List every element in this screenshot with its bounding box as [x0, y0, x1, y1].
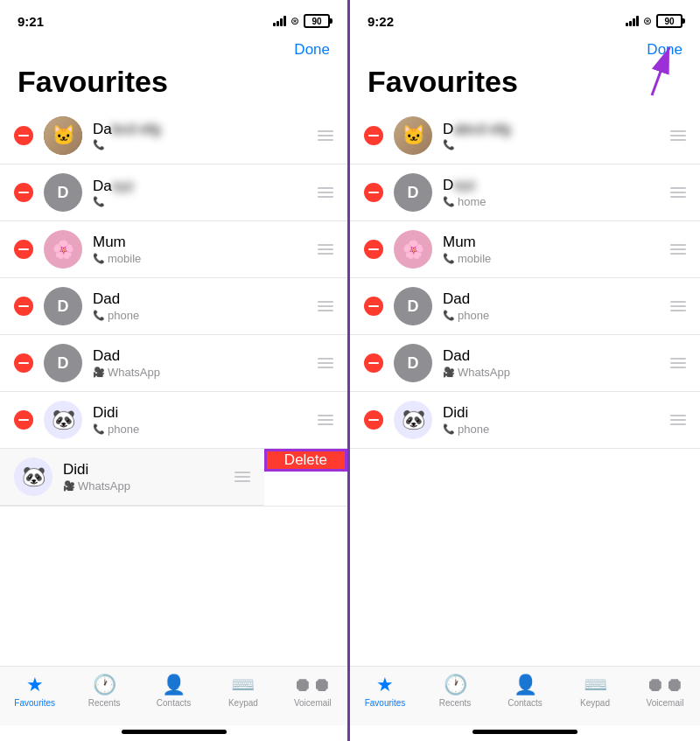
status-icons-left: ⊛ 90 [273, 14, 330, 28]
voicemail-icon: ⏺⏺ [293, 674, 332, 696]
wifi-icon: ⊛ [643, 15, 652, 27]
drag-handle [318, 130, 333, 141]
contact-info: Dad 🎥 WhatsApp [93, 347, 311, 379]
tab-recents[interactable]: 🕐 Recents [420, 674, 490, 708]
list-item: D Dad 🎥 WhatsApp [350, 335, 700, 392]
contact-sub: 📞 phone [93, 423, 311, 436]
time-right: 9:22 [368, 14, 394, 29]
remove-button[interactable] [364, 240, 383, 259]
remove-button[interactable] [14, 410, 33, 430]
contacts-icon: 👤 [514, 674, 537, 696]
tab-contacts[interactable]: 👤 Contacts [139, 674, 208, 708]
battery-icon: 90 [656, 14, 682, 28]
keypad-icon: ⌨️ [584, 674, 607, 696]
list-item: D Dad 📞 phone [0, 278, 347, 335]
contact-info: Dad 📞 phone [93, 290, 311, 322]
tab-favourites[interactable]: ★ Favourites [350, 674, 420, 708]
tab-keypad[interactable]: ⌨️ Keypad [560, 674, 630, 708]
remove-button[interactable] [14, 183, 33, 202]
contact-info: Dad 🎥 WhatsApp [443, 347, 663, 379]
tab-label: Favourites [365, 698, 406, 708]
contact-sub: 📞 home [443, 195, 663, 208]
remove-button[interactable] [364, 353, 383, 373]
time-left: 9:21 [18, 14, 44, 29]
avatar: D [394, 287, 432, 325]
drag-handle [670, 130, 686, 141]
avatar: 🐱 [44, 116, 82, 155]
tab-label: Keypad [228, 698, 258, 708]
contact-name: Dabcd efg [443, 121, 663, 138]
drag-handle [318, 301, 333, 311]
drag-handle [234, 472, 250, 482]
contact-info: Didi 🎥 WhatsApp [63, 461, 228, 493]
contact-info: Mum 📞 mobile [443, 234, 663, 265]
home-indicator [122, 730, 227, 734]
list-item: 🌸 Mum 📞 mobile [350, 221, 700, 278]
remove-button[interactable] [364, 410, 383, 430]
remove-button[interactable] [14, 126, 33, 145]
contact-name: Didi [443, 404, 663, 422]
remove-button[interactable] [14, 240, 33, 259]
list-item: D Dxyz 📞 home [350, 164, 700, 221]
remove-button[interactable] [14, 353, 33, 373]
favourites-list-left: 🐱 Dabcd efg 📞 D Daxyz 📞 [0, 108, 347, 666]
remove-button[interactable] [364, 297, 383, 316]
contact-name: Mum [93, 234, 311, 251]
contact-info: Daxyz 📞 [93, 178, 311, 207]
avatar: D [44, 344, 82, 382]
remove-button[interactable] [364, 183, 383, 202]
contact-name: Dad [443, 347, 663, 365]
tab-recents[interactable]: 🕐 Recents [69, 674, 138, 708]
nav-header-left: Done [0, 38, 347, 65]
drag-handle [670, 187, 686, 198]
contact-sub: 📞 phone [443, 309, 663, 322]
tab-label: Keypad [580, 698, 610, 708]
avatar: 🐼 [14, 458, 52, 496]
list-item: D Dad 🎥 WhatsApp [0, 335, 347, 392]
remove-button[interactable] [14, 297, 33, 316]
contact-info: Dxyz 📞 home [443, 177, 663, 208]
avatar: D [44, 287, 82, 325]
contact-sub: 📞 phone [443, 423, 663, 436]
contact-info: Mum 📞 mobile [93, 234, 311, 265]
tab-label: Recents [88, 698, 121, 708]
contact-sub: 📞 [443, 139, 663, 150]
contact-sub: 📞 phone [93, 309, 311, 322]
contact-sub: 🎥 WhatsApp [443, 366, 663, 379]
tab-keypad[interactable]: ⌨️ Keypad [208, 674, 277, 708]
contact-sub: 📞 [93, 139, 311, 150]
list-item: 🐱 Dabcd efg 📞 [350, 108, 700, 164]
battery-icon: 90 [304, 14, 330, 28]
swiped-item: 🐼 Didi 🎥 WhatsApp [0, 449, 264, 506]
page-title-left: Favourites [0, 65, 347, 108]
contact-sub: 🎥 WhatsApp [63, 479, 228, 493]
contact-sub: 📞 mobile [93, 252, 311, 265]
contact-name: Mum [443, 234, 663, 251]
avatar: 🐼 [44, 401, 82, 439]
tab-contacts[interactable]: 👤 Contacts [490, 674, 560, 708]
keypad-icon: ⌨️ [231, 674, 255, 696]
star-icon: ★ [376, 674, 394, 696]
drag-handle [670, 244, 686, 255]
list-item: D Daxyz 📞 [0, 164, 347, 221]
tab-label: Recents [439, 698, 472, 708]
done-button-left[interactable]: Done [294, 41, 330, 59]
home-indicator [472, 730, 578, 734]
tab-favourites[interactable]: ★ Favourites [0, 674, 69, 708]
drag-handle [670, 415, 686, 425]
contact-sub: 📞 [93, 196, 311, 207]
delete-button[interactable]: Delete [264, 449, 347, 472]
contact-info: Dabcd efg 📞 [93, 121, 311, 150]
tab-voicemail[interactable]: ⏺⏺ Voicemail [630, 674, 700, 708]
status-bar-left: 9:21 ⊛ 90 [0, 0, 347, 38]
tab-label: Voicemail [647, 698, 684, 708]
tab-voicemail[interactable]: ⏺⏺ Voicemail [278, 674, 347, 708]
avatar: D [44, 173, 82, 212]
contact-name: Dabcd efg [93, 121, 311, 138]
avatar: 🐼 [394, 401, 432, 439]
contact-name: Daxyz [93, 178, 311, 195]
remove-button[interactable] [364, 126, 383, 145]
contact-name: Didi [63, 461, 228, 479]
list-item: D Dad 📞 phone [350, 278, 700, 335]
drag-handle [670, 301, 686, 311]
